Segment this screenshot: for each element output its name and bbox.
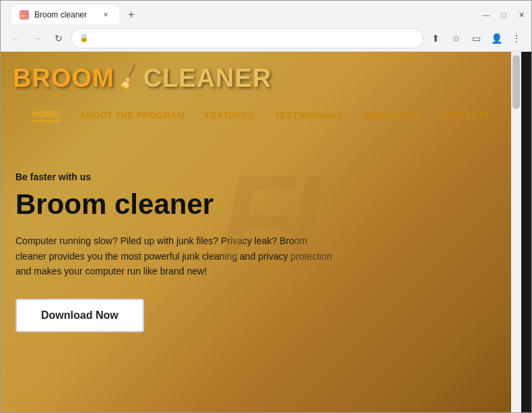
nav-item-contacts[interactable]: CONTACTS (439, 110, 490, 120)
forward-button[interactable]: → (28, 29, 46, 48)
address-bar[interactable]: 🔒 (71, 28, 424, 48)
bookmark-button[interactable]: ☆ (446, 29, 465, 48)
refresh-button[interactable]: ↻ (49, 29, 68, 48)
tab-close-button[interactable]: × (100, 9, 111, 20)
webpage: FL BROOM 🧹 CLEANER HOME ABOUT THE PROGRA… (1, 52, 521, 412)
main-navigation: HOME ABOUT THE PROGRAM FEATURES TESTIMON… (1, 100, 521, 131)
back-button[interactable]: ← (6, 29, 25, 48)
nav-item-features[interactable]: FEATURES (205, 110, 254, 120)
nav-item-home[interactable]: HOME (32, 109, 60, 122)
title-bar: 🧹 Broom cleaner × + — □ ✕ (1, 1, 531, 25)
profile-button[interactable]: 👤 (487, 29, 506, 48)
logo-cleaner-text: CLEANER (143, 64, 272, 93)
browser-window: 🧹 Broom cleaner × + — □ ✕ ← → ↻ 🔒 ⬆ ☆ ▭ … (0, 0, 532, 413)
window-controls: — □ ✕ (481, 10, 526, 20)
hero-subtitle: Be faster with us (15, 172, 506, 182)
nav-item-download[interactable]: DOWNLOAD (364, 110, 419, 120)
logo-area: BROOM 🧹 CLEANER (1, 52, 521, 100)
browser-toolbar: ← → ↻ 🔒 ⬆ ☆ ▭ 👤 ⋮ (1, 25, 531, 52)
tabs-row: 🧹 Broom cleaner × + (6, 5, 481, 24)
lock-icon: 🔒 (79, 34, 89, 42)
toolbar-right: ⬆ ☆ ▭ 👤 ⋮ (426, 29, 526, 48)
scrollbar[interactable] (511, 52, 521, 412)
logo-icon: 🧹 (114, 64, 143, 93)
maximize-button[interactable]: □ (499, 10, 508, 20)
logo: BROOM 🧹 CLEANER (13, 64, 509, 93)
menu-button[interactable]: ⋮ (507, 29, 526, 48)
active-tab[interactable]: 🧹 Broom cleaner × (11, 5, 119, 24)
download-now-button[interactable]: Download Now (15, 299, 144, 332)
share-button[interactable]: ⬆ (426, 29, 445, 48)
hero-description: Computer running slow? Piled up with jun… (15, 233, 339, 278)
nav-item-about[interactable]: ABOUT THE PROGRAM (80, 110, 185, 120)
new-tab-button[interactable]: + (122, 5, 141, 24)
nav-item-testimonials[interactable]: TESTIMONIALS (274, 110, 343, 120)
tab-title: Broom cleaner (34, 10, 95, 20)
close-window-button[interactable]: ✕ (517, 10, 526, 20)
minimize-button[interactable]: — (481, 10, 491, 20)
extensions-button[interactable]: ▭ (467, 29, 486, 48)
tab-favicon: 🧹 (20, 10, 29, 20)
logo-broom-text: BROOM (13, 64, 114, 93)
content-area: FL BROOM 🧹 CLEANER HOME ABOUT THE PROGRA… (1, 52, 531, 412)
hero-title: Broom cleaner (15, 189, 506, 220)
hero-section: Be faster with us Broom cleaner Computer… (1, 131, 521, 332)
scrollbar-thumb[interactable] (512, 55, 520, 109)
